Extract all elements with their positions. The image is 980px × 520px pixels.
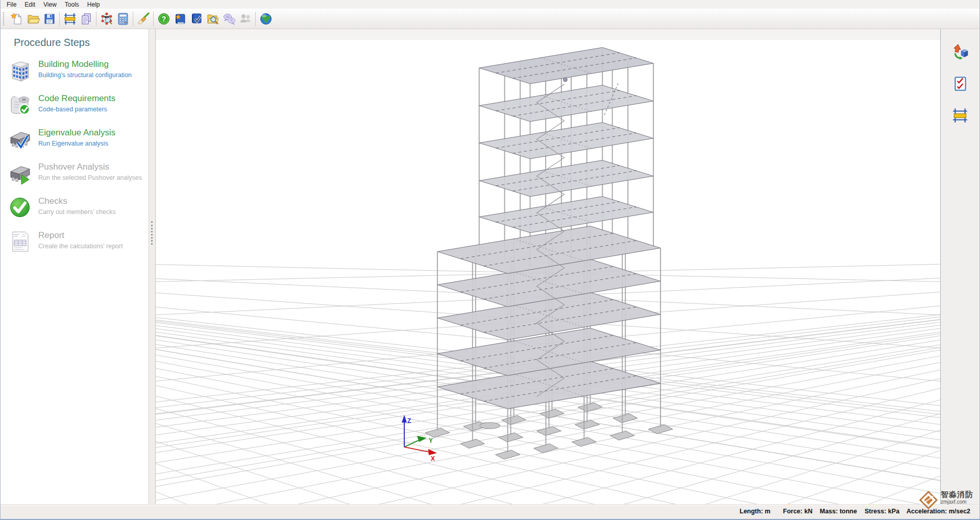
open-project-button[interactable] (25, 11, 41, 27)
toolbar-separator (59, 12, 60, 26)
frame-beam-icon (952, 107, 968, 124)
new-document-icon (10, 12, 23, 26)
step-pushover-analysis: Pushover Analysis Run the selected Pusho… (1, 161, 149, 185)
book-check-icon (190, 12, 203, 26)
step-report: Report Create the calculations' report (1, 230, 149, 253)
calculator-button[interactable] (115, 11, 131, 27)
watermark-name: 智淼消防 (941, 490, 973, 499)
toolbar-separator (153, 12, 154, 26)
technical-support-button (237, 11, 253, 27)
step-subtitle: Building's structural configuration (38, 72, 132, 79)
app-window: File Edit View Tools Help ? Procedure St… (0, 0, 980, 520)
toolbar-separator (255, 12, 256, 26)
checklist-icon (952, 76, 968, 92)
save-project-button[interactable] (41, 11, 57, 27)
calculator-icon (116, 12, 130, 26)
refresh-cube-icon (952, 44, 968, 60)
documents-icon (80, 12, 93, 26)
user-manual-button[interactable] (188, 11, 204, 27)
copy-report-button[interactable] (78, 11, 94, 27)
model-canvas[interactable]: Z Y X (156, 29, 940, 504)
new-model-button[interactable] (9, 11, 24, 27)
step-subtitle: Run the selected Pushover analyses (38, 174, 142, 181)
refresh-model-button[interactable] (950, 42, 970, 62)
watermark-logo-icon (919, 490, 938, 510)
status-bar: Length: m Force: kN Mass: tonne Stress: … (1, 504, 979, 519)
watermark: 智淼消防 zmjaxf.com (919, 490, 973, 510)
step-title: Report (38, 230, 123, 241)
forum-button[interactable] (221, 11, 237, 27)
status-stress: Stress: kPa (865, 508, 899, 515)
step-subtitle: Carry out members' checks (38, 208, 116, 216)
pushover-machine-icon (8, 161, 32, 185)
step-code-requirements[interactable]: Code Requirements Code-based parameters (1, 93, 149, 116)
menu-file[interactable]: File (3, 1, 21, 9)
step-eigenvalue-analysis[interactable]: Eigenvalue Analysis Run Eigenvalue analy… (1, 127, 149, 151)
green-check-icon (8, 196, 32, 219)
axis-label-y: Y (429, 437, 433, 444)
content-area: Procedure Steps Building Modelling Build… (1, 29, 979, 504)
menu-view[interactable]: View (40, 1, 61, 9)
format-brush-button[interactable] (135, 11, 151, 27)
menu-edit[interactable]: Edit (21, 1, 40, 9)
menu-bar: File Edit View Tools Help (1, 0, 979, 9)
splitter-grip[interactable] (151, 221, 153, 245)
frame-beam-icon (63, 12, 77, 26)
step-title: Checks (38, 196, 116, 206)
help-button[interactable]: ? (156, 11, 172, 27)
watermark-url: zmjaxf.com (941, 499, 973, 505)
menu-tools[interactable]: Tools (61, 1, 84, 9)
frame-elements-button[interactable] (62, 11, 78, 27)
menu-help[interactable]: Help (84, 1, 105, 9)
step-title: Code Requirements (38, 93, 115, 104)
step-title: Pushover Analysis (38, 162, 142, 172)
toolbar-separator (96, 12, 96, 26)
building-icon (8, 59, 32, 82)
procedure-steps-panel: Procedure Steps Building Modelling Build… (1, 29, 149, 504)
step-building-modelling[interactable]: Building Modelling Building's structural… (1, 59, 149, 82)
open-folder-icon (27, 12, 40, 26)
model-nodes-icon (100, 12, 113, 26)
viewport-3d: Z Y X (156, 29, 940, 504)
globe-icon (259, 12, 273, 26)
svg-text:?: ? (161, 15, 166, 23)
status-mass: Mass: tonne (820, 508, 857, 515)
step-subtitle: Create the calculations' report (38, 243, 123, 250)
step-checks: Checks Carry out members' checks (1, 196, 149, 219)
panel-title: Procedure Steps (14, 37, 149, 49)
paintbrush-icon (137, 12, 150, 26)
eigenvalue-machine-icon (8, 127, 32, 151)
frame-properties-button[interactable] (950, 105, 970, 126)
help-icon: ? (157, 12, 170, 26)
step-subtitle: Run Eigenvalue analysis (38, 140, 115, 147)
axis-label-x: X (431, 455, 435, 462)
panel-splitter[interactable] (149, 29, 156, 504)
code-scroll-icon (8, 93, 32, 116)
axis-label-z: Z (407, 417, 411, 424)
main-toolbar: ? (1, 9, 979, 29)
search-folder-button[interactable] (205, 11, 220, 27)
report-document-icon (8, 230, 32, 253)
speech-bubbles-icon (223, 12, 236, 26)
step-title: Eigenvalue Analysis (38, 128, 115, 138)
status-force: Force: kN (783, 508, 813, 515)
step-subtitle: Code-based parameters (38, 106, 115, 113)
view-3d-model-button[interactable] (99, 11, 114, 27)
axes-triad: Z Y X (402, 415, 437, 462)
active-checks-button[interactable] (950, 74, 970, 94)
status-length: Length: m (740, 508, 770, 515)
toolbar-grip[interactable] (3, 12, 6, 26)
save-floppy-icon (43, 12, 56, 26)
folder-search-icon (206, 12, 219, 26)
toolbar-separator (133, 12, 133, 26)
tutorials-button[interactable] (172, 11, 188, 27)
right-toolbar (940, 29, 979, 504)
book-star-icon (174, 12, 187, 26)
step-title: Building Modelling (38, 59, 132, 69)
support-disabled-icon (239, 12, 252, 26)
website-button[interactable] (258, 11, 274, 27)
